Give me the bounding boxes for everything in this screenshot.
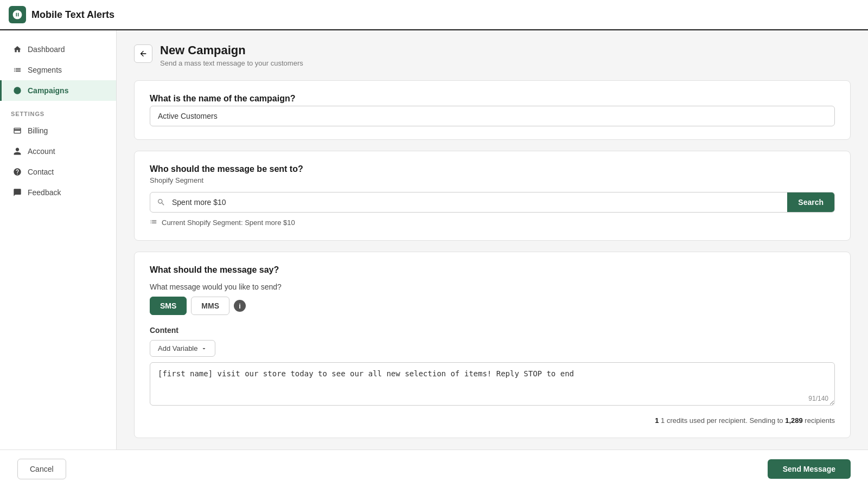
char-count: 91/140 — [808, 395, 828, 402]
page-title: New Campaign — [160, 43, 303, 57]
segment-filter-icon — [150, 218, 157, 227]
sidebar-label-segments: Segments — [28, 66, 62, 74]
app-logo — [9, 6, 26, 23]
sidebar-item-campaigns[interactable]: Campaigns — [0, 80, 116, 101]
topbar: Mobile Text Alerts — [0, 0, 868, 30]
message-type-label: What message would you like to send? — [150, 282, 835, 291]
page-subtitle: Send a mass text message to your custome… — [160, 59, 303, 67]
back-button[interactable] — [134, 44, 152, 63]
campaigns-icon — [12, 86, 22, 95]
segment-search-row: Search — [150, 192, 835, 213]
recipients-count: 1,289 — [785, 416, 803, 425]
sidebar-label-feedback: Feedback — [28, 188, 61, 197]
mms-button[interactable]: MMS — [191, 297, 229, 315]
home-icon — [12, 44, 22, 54]
cancel-button[interactable]: Cancel — [17, 459, 66, 479]
add-variable-button[interactable]: Add Variable — [150, 340, 215, 357]
sidebar-label-campaigns: Campaigns — [28, 86, 68, 95]
sidebar-item-segments[interactable]: Segments — [0, 60, 116, 80]
sidebar-item-feedback[interactable]: Feedback — [0, 182, 116, 203]
sidebar-label-account: Account — [28, 147, 55, 156]
current-segment-row: Current Shopify Segment: Spent more $10 — [150, 218, 835, 227]
credits-number: 1 — [655, 416, 659, 425]
segment-search-input[interactable] — [172, 192, 787, 212]
contact-icon — [12, 167, 22, 177]
footer: Cancel Send Message — [0, 450, 868, 488]
recipients-title: Who should the message be sent to? — [150, 164, 835, 174]
sidebar-item-account[interactable]: Account — [0, 141, 116, 162]
segments-icon — [12, 65, 22, 75]
add-variable-label: Add Variable — [158, 344, 197, 352]
message-title: What should the message say? — [150, 265, 835, 275]
main-content: New Campaign Send a mass text message to… — [117, 30, 868, 450]
sidebar-item-contact[interactable]: Contact — [0, 162, 116, 182]
message-textarea[interactable]: [first name] visit our store today to se… — [150, 362, 835, 406]
campaign-name-card: What is the name of the campaign? — [134, 80, 851, 140]
credits-text: 1 credits used per recipient. Sending to — [661, 416, 785, 425]
page-header-text: New Campaign Send a mass text message to… — [160, 43, 303, 67]
sidebar: Dashboard Segments Campaigns SETTINGS Bi… — [0, 30, 117, 450]
search-button[interactable]: Search — [787, 192, 834, 212]
account-icon — [12, 146, 22, 156]
send-message-button[interactable]: Send Message — [768, 459, 851, 479]
campaign-name-input[interactable] — [150, 106, 835, 126]
message-type-row: SMS MMS i — [150, 297, 835, 315]
sidebar-label-contact: Contact — [28, 168, 54, 176]
credits-row: 1 1 credits used per recipient. Sending … — [150, 416, 835, 425]
app-title: Mobile Text Alerts — [31, 9, 114, 21]
feedback-icon — [12, 188, 22, 197]
message-textarea-wrap: [first name] visit our store today to se… — [150, 362, 835, 408]
sidebar-label-billing: Billing — [28, 126, 48, 135]
search-icon — [150, 198, 172, 207]
campaign-name-title: What is the name of the campaign? — [150, 94, 835, 104]
sidebar-item-dashboard[interactable]: Dashboard — [0, 39, 116, 60]
info-icon[interactable]: i — [234, 300, 246, 312]
recipients-card: Who should the message be sent to? Shopi… — [134, 151, 851, 241]
sms-button[interactable]: SMS — [150, 297, 187, 315]
sidebar-label-dashboard: Dashboard — [28, 45, 65, 54]
billing-icon — [12, 126, 22, 136]
message-card: What should the message say? What messag… — [134, 252, 851, 438]
shopify-segment-label: Shopify Segment — [150, 176, 835, 184]
recipients-suffix: recipients — [805, 416, 835, 425]
page-header: New Campaign Send a mass text message to… — [134, 43, 851, 67]
current-segment-text: Current Shopify Segment: Spent more $10 — [162, 219, 295, 227]
sidebar-item-billing[interactable]: Billing — [0, 120, 116, 141]
content-label: Content — [150, 326, 835, 335]
settings-heading: SETTINGS — [0, 101, 116, 120]
svg-point-0 — [14, 87, 21, 94]
